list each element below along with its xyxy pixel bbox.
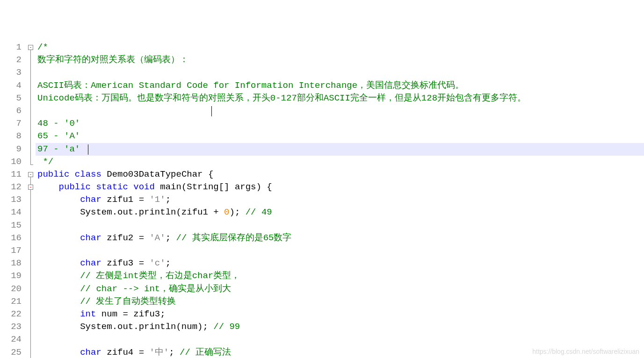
line-number: 12 xyxy=(0,181,22,193)
line-number: 16 xyxy=(0,232,22,244)
code-line[interactable]: public class Demo03DataTypeChar { xyxy=(36,168,644,181)
code-token: // 正确写法 xyxy=(180,347,231,358)
code-token: */ xyxy=(37,157,53,167)
watermark-text: https://blog.csdn.net/softwarelizixuan xyxy=(532,348,639,355)
code-token xyxy=(37,233,80,243)
code-token: zifu1 = xyxy=(107,194,149,205)
code-token xyxy=(37,182,59,192)
code-token xyxy=(37,284,80,294)
line-number: 8 xyxy=(0,130,22,143)
code-token: char xyxy=(80,258,107,268)
code-line[interactable]: System.out.println(zifu1 + 0); // 49 xyxy=(36,206,644,219)
code-line[interactable]: // 发生了自动类型转换 xyxy=(36,295,644,308)
code-token: /* xyxy=(37,42,48,52)
code-token: // 49 xyxy=(246,207,272,217)
line-number: 2 xyxy=(0,54,22,66)
code-token: // char --> int，确实是从小到大 xyxy=(80,284,231,294)
line-number: 13 xyxy=(0,193,22,206)
code-token xyxy=(37,194,80,205)
fold-column[interactable]: --- xyxy=(27,41,36,358)
code-line[interactable]: Unicode码表：万国码。也是数字和符号的对照关系，开头0-127部分和ASC… xyxy=(36,92,644,105)
code-token xyxy=(37,258,80,268)
code-token: public xyxy=(37,169,75,179)
code-line[interactable]: // 左侧是int类型，右边是char类型， xyxy=(36,270,644,282)
code-line[interactable]: 97 - 'a' xyxy=(36,143,644,156)
code-line[interactable] xyxy=(36,219,644,232)
code-token: 数字和字符的对照关系表（编码表）： xyxy=(37,55,188,65)
code-token: Demo03DataTypeChar { xyxy=(107,169,213,179)
code-line[interactable]: public static void main(String[] args) { xyxy=(36,181,644,193)
fold-toggle[interactable]: - xyxy=(28,45,33,50)
line-number: 1 xyxy=(0,41,22,54)
code-line[interactable]: // char --> int，确实是从小到大 xyxy=(36,283,644,295)
code-token xyxy=(37,309,80,319)
line-number: 18 xyxy=(0,257,22,270)
line-number: 22 xyxy=(0,308,22,321)
code-token: Unicode码表：万国码。也是数字和符号的对照关系，开头0-127部分和ASC… xyxy=(37,93,526,103)
code-token: zifu4 = xyxy=(107,347,149,358)
code-line[interactable] xyxy=(36,105,644,117)
code-area[interactable]: /*数字和字符的对照关系表（编码表）：ASCII码表：American Stan… xyxy=(36,41,644,358)
code-token: 97 - 'a' xyxy=(37,144,80,154)
code-line[interactable]: ASCII码表：American Standard Code for Infor… xyxy=(36,79,644,92)
code-line[interactable]: */ xyxy=(36,156,644,168)
text-cursor xyxy=(211,106,212,116)
code-token: ASCII码表：American Standard Code for Infor… xyxy=(37,80,464,91)
code-line[interactable]: char zifu3 = 'c'; xyxy=(36,257,644,270)
code-token: 'c' xyxy=(149,258,165,268)
line-number: 23 xyxy=(0,321,22,333)
line-number: 3 xyxy=(0,66,22,79)
code-token: ; xyxy=(169,347,180,358)
code-line[interactable]: 65 - 'A' xyxy=(36,130,644,143)
code-line[interactable]: char zifu1 = '1'; xyxy=(36,193,644,206)
line-number-gutter: 1234567891011121314151617181920212223242… xyxy=(0,41,27,358)
code-token: zifu2 = xyxy=(107,233,149,243)
code-token: void xyxy=(133,182,160,192)
code-token: // 左侧是int类型，右边是char类型， xyxy=(80,271,240,281)
code-line[interactable]: System.out.println(num); // 99 xyxy=(36,321,644,333)
line-number: 4 xyxy=(0,79,22,92)
code-token: // 发生了自动类型转换 xyxy=(80,296,176,307)
code-token: ; xyxy=(166,233,176,243)
code-line[interactable]: 48 - '0' xyxy=(36,117,644,130)
code-token: static xyxy=(96,182,133,192)
code-line[interactable] xyxy=(36,333,644,346)
code-line[interactable]: char zifu2 = 'A'; // 其实底层保存的是65数字 xyxy=(36,232,644,244)
code-token: // 99 xyxy=(213,322,240,332)
code-token: 0 xyxy=(224,207,229,217)
code-line[interactable]: int num = zifu3; xyxy=(36,308,644,321)
code-token: public xyxy=(59,182,96,192)
text-cursor xyxy=(88,144,88,155)
code-token: char xyxy=(80,347,107,358)
line-number: 10 xyxy=(0,156,22,168)
code-token: num = zifu3; xyxy=(101,309,166,319)
code-editor[interactable]: 1234567891011121314151617181920212223242… xyxy=(0,41,644,358)
fold-toggle[interactable]: - xyxy=(28,185,33,190)
code-token: int xyxy=(80,309,101,319)
line-number: 24 xyxy=(0,333,22,346)
code-token: ); xyxy=(229,207,245,217)
line-number: 14 xyxy=(0,206,22,219)
line-number: 17 xyxy=(0,244,22,257)
code-line[interactable] xyxy=(36,244,644,257)
line-number: 19 xyxy=(0,270,22,282)
code-token: 'A' xyxy=(149,233,165,243)
code-token xyxy=(37,347,80,358)
code-line[interactable]: /* xyxy=(36,41,644,54)
code-token: '1' xyxy=(149,194,165,205)
code-token: char xyxy=(80,194,107,205)
code-line[interactable]: 数字和字符的对照关系表（编码表）： xyxy=(36,54,644,66)
line-number: 11 xyxy=(0,168,22,181)
code-token: ; xyxy=(166,194,171,205)
line-number: 21 xyxy=(0,295,22,308)
line-number: 7 xyxy=(0,117,22,130)
fold-toggle[interactable]: - xyxy=(28,172,33,177)
code-line[interactable] xyxy=(36,66,644,79)
line-number: 5 xyxy=(0,92,22,105)
line-number: 15 xyxy=(0,219,22,232)
code-token xyxy=(37,271,80,281)
code-token: 65 - 'A' xyxy=(37,131,80,141)
code-token: 48 - '0' xyxy=(37,118,80,129)
line-number: 9 xyxy=(0,143,22,156)
code-token: class xyxy=(75,169,107,179)
